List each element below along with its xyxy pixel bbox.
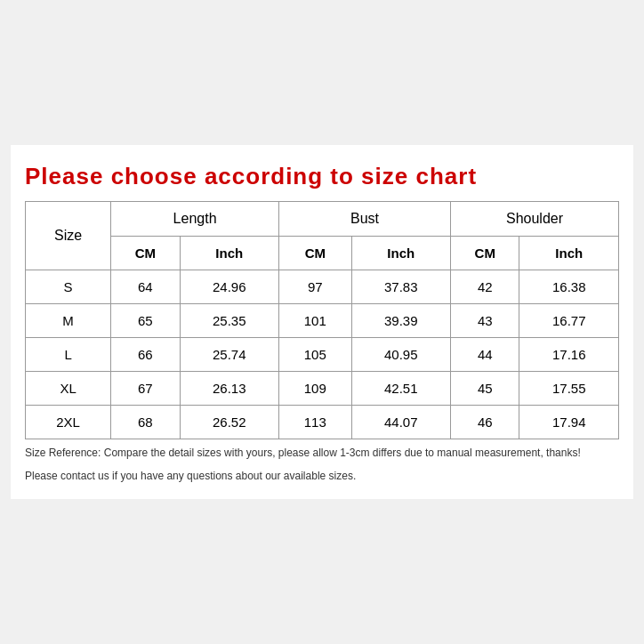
chart-title: Please choose according to size chart <box>25 163 619 190</box>
shoulder-inch-cell: 17.16 <box>519 338 619 372</box>
length-cm-subheader: CM <box>111 237 180 270</box>
note-2: Please contact us if you have any questi… <box>25 468 619 485</box>
size-cell: XL <box>26 372 111 406</box>
size-cell: 2XL <box>26 406 111 439</box>
length-inch-cell: 24.96 <box>180 270 278 304</box>
bust-header: Bust <box>279 202 451 237</box>
shoulder-cm-cell: 45 <box>451 372 519 406</box>
length-inch-cell: 25.35 <box>180 304 278 338</box>
length-cm-cell: 66 <box>111 338 180 372</box>
length-inch-cell: 26.13 <box>180 372 278 406</box>
size-cell: S <box>26 270 111 304</box>
shoulder-inch-cell: 16.77 <box>519 304 619 338</box>
bust-inch-cell: 39.39 <box>351 304 450 338</box>
size-cell: L <box>26 338 111 372</box>
bust-cm-subheader: CM <box>279 237 352 270</box>
length-cm-cell: 67 <box>111 372 180 406</box>
bust-cm-cell: 97 <box>279 270 352 304</box>
shoulder-header: Shoulder <box>451 202 619 237</box>
table-row: L 66 25.74 105 40.95 44 17.16 <box>26 338 619 372</box>
table-row: 2XL 68 26.52 113 44.07 46 17.94 <box>26 406 619 439</box>
shoulder-inch-cell: 16.38 <box>519 270 619 304</box>
length-cm-cell: 65 <box>111 304 180 338</box>
shoulder-cm-cell: 43 <box>451 304 519 338</box>
shoulder-inch-subheader: Inch <box>519 237 619 270</box>
note-1: Size Reference: Compare the detail sizes… <box>25 445 619 462</box>
bust-cm-cell: 113 <box>279 406 352 439</box>
table-row: XL 67 26.13 109 42.51 45 17.55 <box>26 372 619 406</box>
shoulder-inch-cell: 17.55 <box>519 372 619 406</box>
size-header: Size <box>26 202 111 270</box>
size-chart-card: Please choose according to size chart Si… <box>11 145 633 498</box>
length-cm-cell: 64 <box>111 270 180 304</box>
shoulder-cm-cell: 46 <box>451 406 519 439</box>
shoulder-cm-cell: 44 <box>451 338 519 372</box>
bust-cm-cell: 105 <box>279 338 352 372</box>
bust-inch-cell: 44.07 <box>351 406 450 439</box>
bust-cm-cell: 109 <box>279 372 352 406</box>
table-row: M 65 25.35 101 39.39 43 16.77 <box>26 304 619 338</box>
size-cell: M <box>26 304 111 338</box>
bust-inch-cell: 37.83 <box>351 270 450 304</box>
shoulder-cm-cell: 42 <box>451 270 519 304</box>
size-table: Size Length Bust Shoulder CM Inch CM Inc… <box>25 201 619 439</box>
length-inch-subheader: Inch <box>180 237 278 270</box>
length-inch-cell: 26.52 <box>180 406 278 439</box>
bust-inch-subheader: Inch <box>351 237 450 270</box>
length-inch-cell: 25.74 <box>180 338 278 372</box>
table-row: S 64 24.96 97 37.83 42 16.38 <box>26 270 619 304</box>
bust-inch-cell: 40.95 <box>351 338 450 372</box>
shoulder-cm-subheader: CM <box>451 237 519 270</box>
bust-cm-cell: 101 <box>279 304 352 338</box>
bust-inch-cell: 42.51 <box>351 372 450 406</box>
length-header: Length <box>111 202 279 237</box>
shoulder-inch-cell: 17.94 <box>519 406 619 439</box>
length-cm-cell: 68 <box>111 406 180 439</box>
